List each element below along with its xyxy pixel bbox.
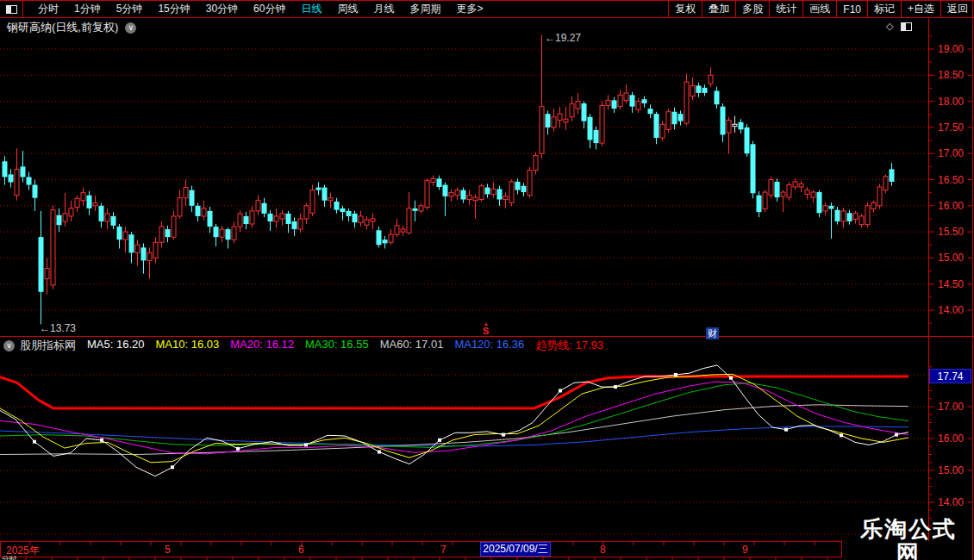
fin-news-marker[interactable]: 财 [706, 327, 719, 339]
split-panel-icon[interactable] [901, 22, 912, 31]
candle-down [546, 114, 551, 128]
tool-button-5[interactable]: F10 [836, 1, 868, 17]
chevron-down-icon[interactable]: ∨ [125, 22, 136, 34]
chart-canvas[interactable]: 19.0018.5018.0017.5017.0016.5016.0015.50… [0, 0, 974, 560]
candle-up [184, 188, 188, 198]
candle-down [9, 174, 14, 182]
diamond-icon[interactable]: ◇ [886, 21, 893, 32]
period-item-7[interactable]: 周线 [329, 2, 365, 16]
legend-item-3: MA30: 16.55 [305, 338, 369, 353]
candle-up [238, 214, 242, 227]
svg-text:14.00: 14.00 [938, 496, 964, 508]
month-label-5: 5 [165, 544, 171, 556]
candle-down [165, 229, 171, 237]
app-window: 19.0018.5018.0017.5017.0016.5016.0015.50… [0, 0, 974, 560]
date-axis[interactable]: 2025年 56789 2025/07/09/三 [0, 541, 842, 557]
candle-down [334, 202, 340, 210]
period-item-0[interactable]: 分时 [30, 2, 66, 16]
candle-down [745, 128, 750, 153]
tool-button-7[interactable]: +自选 [901, 1, 941, 17]
candle-up [503, 196, 508, 200]
candle-up [359, 216, 363, 222]
sell-signal-marker: ▲ S [483, 320, 489, 334]
candle-down [33, 185, 38, 198]
tool-button-1[interactable]: 叠加 [702, 1, 736, 17]
period-item-3[interactable]: 15分钟 [150, 2, 197, 16]
candle-up [220, 229, 224, 237]
period-item-8[interactable]: 月线 [365, 2, 402, 16]
period-item-9[interactable]: 多周期 [402, 2, 448, 16]
candle-down [196, 206, 201, 216]
tool-button-3[interactable]: 统计 [769, 1, 803, 17]
candle-up [763, 192, 767, 208]
month-label-7: 7 [440, 544, 446, 556]
candle-up [666, 112, 671, 130]
period-item-4[interactable]: 30分钟 [198, 2, 246, 16]
indicator-name[interactable]: 股朋指标网 [20, 338, 76, 353]
candle-down [751, 144, 756, 193]
candle-up [202, 208, 206, 216]
ma5-marker [674, 373, 677, 376]
svg-text:17.00: 17.00 [938, 147, 964, 159]
candle-up [859, 216, 864, 225]
candle-down [612, 100, 617, 109]
candle-up [660, 124, 665, 138]
svg-text:←13.73: ←13.73 [40, 322, 76, 334]
tool-button-2[interactable]: 多股 [735, 1, 770, 17]
candle-up [365, 220, 369, 225]
svg-text:15.50: 15.50 [938, 226, 964, 238]
candle-down [111, 216, 116, 226]
legend-item-0: MA5: 16.20 [87, 338, 145, 353]
candle-up [491, 189, 496, 194]
panel-layout-button[interactable] [0, 1, 23, 17]
svg-text:17.50: 17.50 [938, 121, 964, 134]
period-item-2[interactable]: 5分钟 [109, 2, 151, 16]
candle-up [15, 169, 19, 195]
svg-text:14.50: 14.50 [938, 278, 964, 290]
candle-up [709, 75, 713, 84]
tool-button-4[interactable]: 画线 [802, 1, 837, 17]
candle-up [280, 214, 284, 219]
candle-up [105, 214, 109, 221]
period-item-1[interactable]: 1分钟 [66, 2, 109, 16]
candle-up [781, 192, 785, 196]
period-item-10[interactable]: 更多> [448, 2, 490, 16]
candle-down [739, 122, 744, 129]
tool-button-6[interactable]: 标记 [867, 1, 902, 17]
candle-down [244, 216, 249, 224]
tool-button-8[interactable]: 返回 [940, 1, 974, 17]
candle-up [534, 156, 538, 171]
candle-up [63, 214, 67, 221]
candle-down [316, 188, 322, 190]
candle-up [304, 206, 309, 219]
chevron-down-icon[interactable]: ∨ [3, 340, 15, 352]
candle-down [383, 240, 388, 243]
candle-up [371, 219, 375, 221]
ma5-marker [840, 433, 843, 437]
svg-text:16.50: 16.50 [938, 174, 964, 186]
candle-up [853, 213, 858, 219]
selected-date-label: 2025/07/09/三 [483, 542, 547, 557]
chart-frame [0, 0, 974, 560]
candle-up [45, 269, 49, 279]
period-item-5[interactable]: 60分钟 [246, 2, 293, 16]
ma5-marker [729, 376, 733, 380]
candle-down [515, 182, 521, 190]
svg-text:18.00: 18.00 [938, 96, 964, 108]
candle-up [449, 193, 453, 196]
candle-up [799, 184, 803, 187]
ma5-marker [33, 440, 36, 444]
candle-up [618, 95, 622, 106]
candle-up [528, 171, 532, 196]
candle-up [51, 210, 55, 285]
svg-text:←19.27: ←19.27 [545, 32, 581, 44]
legend-item-4: MA60: 17.01 [380, 338, 444, 353]
candle-down [702, 88, 708, 93]
tool-button-0[interactable]: 复权 [668, 1, 702, 17]
svg-text:16.00: 16.00 [938, 200, 964, 212]
ma5-marker [502, 433, 505, 437]
series-MA60 [0, 405, 908, 455]
period-item-6[interactable]: 日线 [293, 2, 329, 16]
candle-up [841, 211, 846, 221]
candle-down [461, 190, 466, 200]
